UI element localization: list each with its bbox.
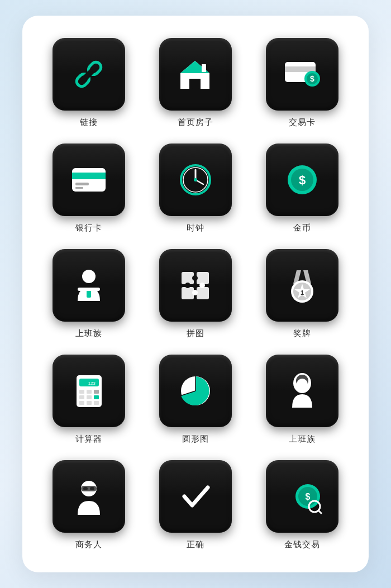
svg-point-59 [297, 379, 308, 390]
svg-point-33 [185, 283, 190, 288]
icon-label-worker2: 上班族 [289, 434, 316, 444]
icon-box-worker2 [266, 355, 338, 427]
icon-box-puzzle [159, 249, 232, 322]
icon-label-home: 首页房子 [178, 117, 213, 128]
icon-label-clock: 时钟 [187, 223, 204, 233]
svg-rect-51 [79, 401, 84, 405]
svg-text:$: $ [299, 173, 306, 187]
svg-line-68 [318, 510, 321, 513]
icon-box-bank-card [53, 144, 125, 216]
svg-rect-2 [83, 69, 94, 80]
icon-label-puzzle: 拼图 [187, 328, 204, 339]
svg-text:1: 1 [301, 289, 304, 296]
icon-box-medal: 1 [266, 249, 338, 322]
icon-item-bank-card[interactable]: 银行卡 [42, 144, 136, 233]
icon-item-coin[interactable]: $ 金币 [255, 144, 349, 233]
svg-rect-53 [94, 401, 99, 405]
icon-label-correct: 正确 [187, 539, 204, 550]
icon-label-money-trade: 金钱交易 [284, 539, 320, 550]
icon-box-business [53, 460, 125, 533]
icon-item-home[interactable]: 首页房子 [149, 38, 242, 128]
icon-box-clock [159, 144, 232, 216]
svg-point-24 [82, 270, 96, 283]
icon-label-link: 链接 [80, 117, 98, 128]
svg-rect-48 [79, 395, 84, 399]
svg-rect-49 [87, 395, 92, 399]
svg-rect-30 [182, 287, 194, 299]
svg-rect-45 [79, 390, 84, 394]
icon-grid: 链接 首页房子 [22, 16, 369, 572]
icon-box-worker [53, 249, 125, 322]
icon-box-money-trade: $ [266, 460, 338, 533]
svg-rect-28 [182, 272, 194, 284]
icon-item-pie-chart[interactable]: 圆形图 [149, 355, 242, 444]
svg-text:123: 123 [88, 381, 96, 386]
svg-rect-52 [87, 401, 92, 405]
svg-rect-6 [202, 64, 206, 72]
icon-label-medal: 奖牌 [293, 328, 311, 339]
icon-box-pie-chart [159, 355, 232, 427]
svg-point-35 [192, 290, 198, 295]
icon-item-worker[interactable]: 上班族 [42, 249, 136, 339]
icon-label-pie-chart: 圆形图 [182, 434, 209, 444]
icon-item-clock[interactable]: 时钟 [149, 144, 242, 233]
svg-rect-15 [75, 187, 83, 189]
icon-item-correct[interactable]: 正确 [149, 460, 242, 550]
svg-rect-29 [197, 272, 209, 284]
icon-label-worker: 上班族 [75, 328, 102, 339]
svg-rect-31 [197, 287, 209, 299]
svg-text:$: $ [310, 74, 314, 83]
icon-box-calculator: 123 [53, 355, 125, 427]
svg-rect-47 [94, 390, 99, 394]
svg-rect-14 [75, 183, 89, 185]
icon-item-link[interactable]: 链接 [42, 38, 136, 128]
icon-item-worker2[interactable]: 上班族 [255, 355, 349, 444]
svg-text:$: $ [305, 492, 310, 501]
svg-rect-13 [72, 173, 106, 179]
icon-label-business: 商务人 [75, 539, 102, 550]
icon-box-home [159, 38, 232, 111]
icon-label-trade-card: 交易卡 [289, 117, 316, 128]
icon-label-bank-card: 银行卡 [75, 223, 102, 233]
icon-item-medal[interactable]: 1 奖牌 [255, 249, 349, 339]
icon-label-coin: 金币 [293, 223, 311, 233]
icon-box-coin: $ [266, 144, 338, 216]
icon-item-trade-card[interactable]: $ 交易卡 [255, 38, 349, 128]
icon-box-correct [159, 460, 232, 533]
icon-label-calculator: 计算器 [75, 434, 102, 444]
svg-rect-50 [94, 395, 99, 399]
icon-item-money-trade[interactable]: $ 金钱交易 [255, 460, 349, 550]
svg-point-32 [192, 275, 198, 281]
svg-rect-62 [83, 487, 88, 490]
icon-item-puzzle[interactable]: 拼图 [149, 249, 242, 339]
svg-rect-63 [90, 487, 94, 490]
svg-point-20 [194, 178, 197, 181]
icon-item-business[interactable]: 商务人 [42, 460, 136, 550]
svg-point-34 [199, 283, 205, 288]
icon-box-link [53, 38, 125, 111]
svg-rect-46 [87, 390, 92, 394]
svg-rect-26 [78, 288, 100, 291]
icon-item-calculator[interactable]: 123 计算器 [42, 355, 136, 444]
icon-box-trade-card: $ [266, 38, 338, 111]
svg-rect-5 [192, 79, 199, 89]
